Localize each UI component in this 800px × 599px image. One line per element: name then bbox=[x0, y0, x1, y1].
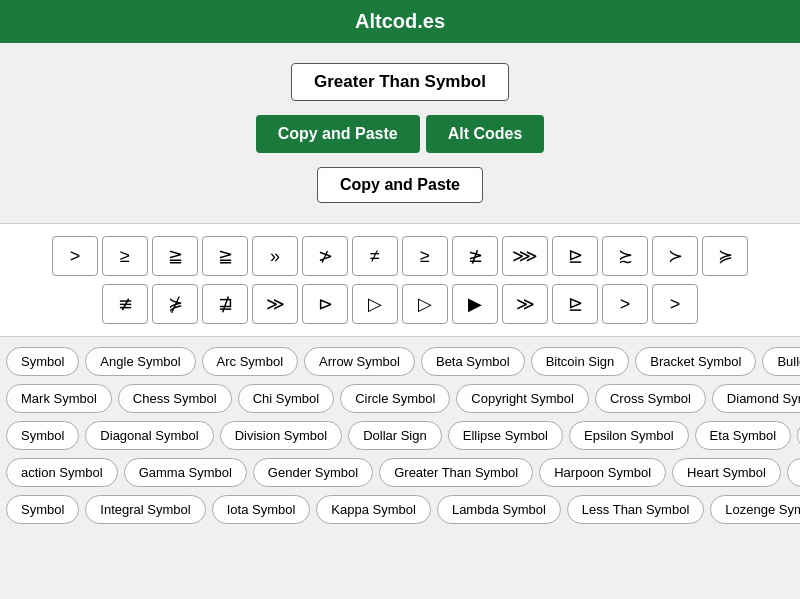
sym-succ3[interactable]: ≽ bbox=[702, 236, 748, 276]
copy-paste-tab[interactable]: Copy and Paste bbox=[256, 115, 420, 153]
cat-cross[interactable]: Cross Symbol bbox=[595, 384, 706, 413]
cat-gamma[interactable]: Gamma Symbol bbox=[124, 458, 247, 487]
sym-dbl-gt[interactable]: » bbox=[252, 236, 298, 276]
cat-circle[interactable]: Circle Symbol bbox=[340, 384, 450, 413]
cat-eta[interactable]: Eta Symbol bbox=[695, 421, 791, 450]
cat-beta[interactable]: Beta Symbol bbox=[421, 347, 525, 376]
sym-succ2[interactable]: ≻ bbox=[652, 236, 698, 276]
sym-ngt[interactable]: ≯ bbox=[302, 236, 348, 276]
sym-nsucc2[interactable]: ⋣ bbox=[202, 284, 248, 324]
cat-chess[interactable]: Chess Symbol bbox=[118, 384, 232, 413]
cat-row-5: Symbol Integral Symbol Iota Symbol Kappa… bbox=[0, 491, 800, 528]
main-content: Greater Than Symbol Copy and Paste Alt C… bbox=[0, 43, 800, 223]
sym-tri3[interactable]: ⊵ bbox=[552, 284, 598, 324]
title-button[interactable]: Greater Than Symbol bbox=[291, 63, 509, 101]
sym-nequiv[interactable]: ≢ bbox=[102, 284, 148, 324]
cat-row-2: Mark Symbol Chess Symbol Chi Symbol Circ… bbox=[0, 380, 800, 417]
sub-button[interactable]: Copy and Paste bbox=[317, 167, 483, 203]
cat-symbol3[interactable]: Symbol bbox=[6, 495, 79, 524]
cat-lambda[interactable]: Lambda Symbol bbox=[437, 495, 561, 524]
cat-heart[interactable]: Heart Symbol bbox=[672, 458, 781, 487]
site-title: Altcod.es bbox=[355, 10, 445, 32]
cat-action[interactable]: action Symbol bbox=[6, 458, 118, 487]
tab-row: Copy and Paste Alt Codes bbox=[256, 115, 545, 153]
sym-tri2[interactable]: ⊳ bbox=[302, 284, 348, 324]
cat-harpoon[interactable]: Harpoon Symbol bbox=[539, 458, 666, 487]
symbols-section: > ≥ ≧ ≧ » ≯ ≠ ≥ ≱ ⋙ ⊵ ≿ ≻ ≽ ≢ ⋡ ⋣ ≫ ⊳ ▷ … bbox=[0, 223, 800, 337]
sym-succ1[interactable]: ≿ bbox=[602, 236, 648, 276]
sym-gt[interactable]: > bbox=[52, 236, 98, 276]
cat-epsilon[interactable]: Epsilon Symbol bbox=[569, 421, 689, 450]
symbol-row-1: > ≥ ≧ ≧ » ≯ ≠ ≥ ≱ ⋙ ⊵ ≿ ≻ ≽ bbox=[0, 232, 800, 280]
cat-arrow[interactable]: Arrow Symbol bbox=[304, 347, 415, 376]
sym-geq3[interactable]: ≧ bbox=[202, 236, 248, 276]
cat-iota[interactable]: Iota Symbol bbox=[212, 495, 311, 524]
cat-arc[interactable]: Arc Symbol bbox=[202, 347, 298, 376]
cat-division[interactable]: Division Symbol bbox=[220, 421, 342, 450]
cat-mark[interactable]: Mark Symbol bbox=[6, 384, 112, 413]
cat-dollar[interactable]: Dollar Sign bbox=[348, 421, 442, 450]
cat-row-3: Symbol Diagonal Symbol Division Symbol D… bbox=[0, 417, 800, 454]
cat-symbol2[interactable]: Symbol bbox=[6, 421, 79, 450]
sym-geq4[interactable]: ≥ bbox=[402, 236, 448, 276]
cat-diamond[interactable]: Diamond Symb... bbox=[712, 384, 800, 413]
cat-lozenge[interactable]: Lozenge Symb... bbox=[710, 495, 800, 524]
sym-gg[interactable]: ≫ bbox=[252, 284, 298, 324]
site-header: Altcod.es bbox=[0, 0, 800, 43]
sym-gt3[interactable]: > bbox=[652, 284, 698, 324]
cat-angle[interactable]: Angle Symbol bbox=[85, 347, 195, 376]
cat-kappa[interactable]: Kappa Symbol bbox=[316, 495, 431, 524]
cat-symbol[interactable]: Symbol bbox=[6, 347, 79, 376]
sym-nsucc1[interactable]: ⋡ bbox=[152, 284, 198, 324]
sym-ngeq[interactable]: ≱ bbox=[452, 236, 498, 276]
sym-white-tri[interactable]: ▷ bbox=[352, 284, 398, 324]
cat-diagonal[interactable]: Diagonal Symbol bbox=[85, 421, 213, 450]
cat-bullet[interactable]: Bullet Poi... bbox=[762, 347, 800, 376]
cat-bitcoin[interactable]: Bitcoin Sign bbox=[531, 347, 630, 376]
cat-gender[interactable]: Gender Symbol bbox=[253, 458, 373, 487]
cat-greater[interactable]: Greater Than Symbol bbox=[379, 458, 533, 487]
alt-codes-tab[interactable]: Alt Codes bbox=[426, 115, 545, 153]
cat-row-4: action Symbol Gamma Symbol Gender Symbol… bbox=[0, 454, 800, 491]
sym-tpl-gt[interactable]: ⋙ bbox=[502, 236, 548, 276]
sym-tri1[interactable]: ⊵ bbox=[552, 236, 598, 276]
symbol-row-2: ≢ ⋡ ⋣ ≫ ⊳ ▷ ▷ ▶ ≫ ⊵ > > bbox=[0, 280, 800, 328]
sym-blk-tri[interactable]: ▶ bbox=[452, 284, 498, 324]
sym-white-tri2[interactable]: ▷ bbox=[402, 284, 448, 324]
cat-less-than[interactable]: Less Than Symbol bbox=[567, 495, 704, 524]
cat-ellipse[interactable]: Ellipse Symbol bbox=[448, 421, 563, 450]
sym-neq[interactable]: ≠ bbox=[352, 236, 398, 276]
categories-section: Symbol Angle Symbol Arc Symbol Arrow Sym… bbox=[0, 337, 800, 534]
cat-chi[interactable]: Chi Symbol bbox=[238, 384, 334, 413]
sym-gg2[interactable]: ≫ bbox=[502, 284, 548, 324]
cat-h[interactable]: H... bbox=[787, 458, 800, 487]
cat-integral[interactable]: Integral Symbol bbox=[85, 495, 205, 524]
sym-geq[interactable]: ≥ bbox=[102, 236, 148, 276]
cat-row-1: Symbol Angle Symbol Arc Symbol Arrow Sym… bbox=[0, 343, 800, 380]
cat-copyright[interactable]: Copyright Symbol bbox=[456, 384, 589, 413]
sym-gt2[interactable]: > bbox=[602, 284, 648, 324]
sym-geq2[interactable]: ≧ bbox=[152, 236, 198, 276]
cat-bracket[interactable]: Bracket Symbol bbox=[635, 347, 756, 376]
